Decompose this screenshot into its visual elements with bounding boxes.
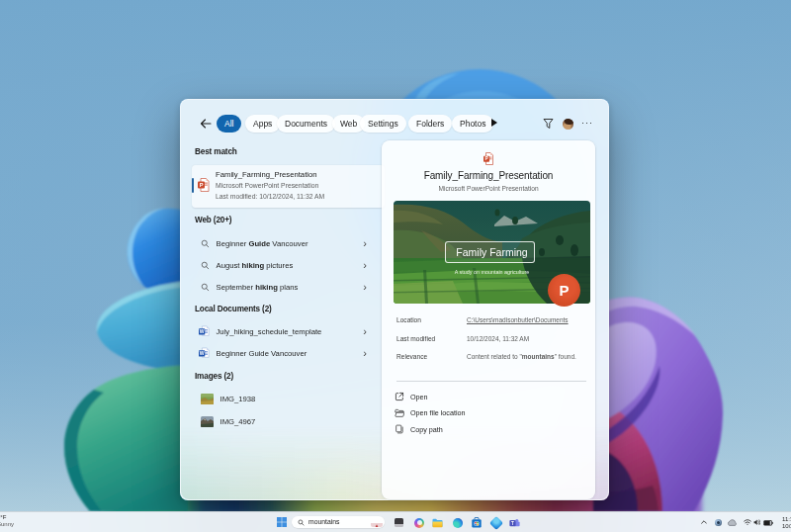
svg-text:W: W xyxy=(200,350,205,356)
svg-text:P: P xyxy=(200,182,204,188)
svg-text:W: W xyxy=(200,328,205,334)
svg-text:T: T xyxy=(511,521,514,526)
